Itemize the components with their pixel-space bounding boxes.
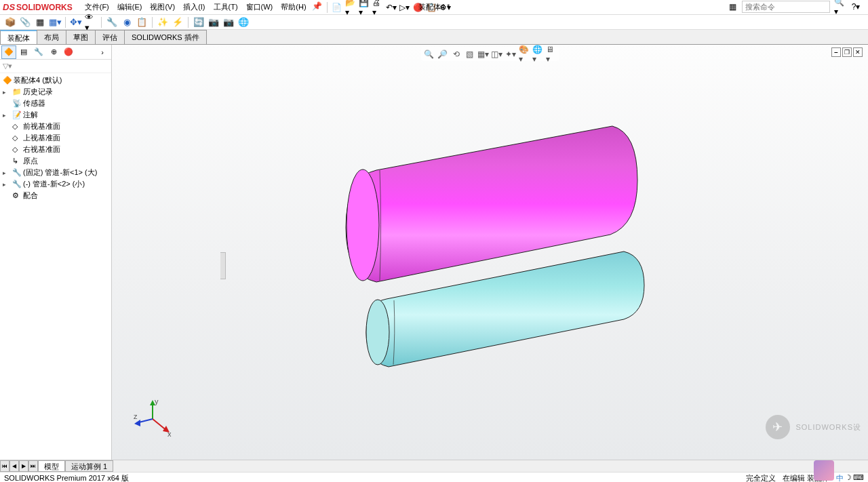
status-ime-icon[interactable]: 中: [836, 473, 844, 482]
move-icon[interactable]: ✥▾: [70, 16, 82, 28]
logo-text: SOLIDWORKS: [16, 3, 73, 12]
separator: [101, 17, 102, 28]
separator: [188, 17, 189, 28]
search-area: ▦ 🔍▾ ?▾: [726, 1, 863, 13]
tree-expand-icon[interactable]: ▸: [3, 112, 9, 119]
main-menus: 文件(F) 编辑(E) 视图(V) 插入(I) 工具(T) 窗口(W) 帮助(H…: [81, 1, 324, 14]
pin-icon[interactable]: 📌: [312, 1, 323, 12]
tree-root[interactable]: 🔶 装配体4 (默认): [0, 75, 111, 86]
feature-icon[interactable]: 🔧: [106, 16, 118, 28]
3d-viewport[interactable]: 🔍 🔎 ⟲ ▧ ▦▾ ◫▾ ✦▾ 🎨▾ 🌐▾ 🖥▾ ‒ ❐ ✕: [112, 45, 868, 460]
tab-layout[interactable]: 布局: [37, 30, 66, 44]
tree-expand-icon[interactable]: ▸: [3, 89, 9, 96]
search-icon[interactable]: 🔍▾: [834, 1, 845, 12]
tree-expand-icon[interactable]: ▸: [3, 169, 9, 176]
other-icon[interactable]: 🔄: [193, 16, 205, 28]
tab-sketch[interactable]: 草图: [66, 30, 96, 44]
smart-fasteners-icon[interactable]: ▦▾: [49, 16, 61, 28]
mate-icon[interactable]: 📎: [19, 16, 31, 28]
property-tab-icon[interactable]: ▤: [16, 45, 31, 59]
svg-marker-9: [134, 420, 140, 426]
open-icon[interactable]: 📂▾: [345, 2, 356, 13]
command-toolbar: 📦 📎 ▦ ▦▾ ✥▾ 👁▾ 🔧 ◉ 📋 ✨ ⚡ 🔄 📷 📷 🌐: [0, 15, 868, 30]
logo-ds: DS: [3, 2, 15, 12]
bottom-tab-motion[interactable]: 运动算例 1: [65, 460, 113, 472]
menu-view[interactable]: 视图(V): [146, 1, 179, 14]
menu-edit[interactable]: 编辑(E): [113, 1, 146, 14]
search-input[interactable]: [742, 1, 830, 13]
tree-expand-icon[interactable]: ▸: [3, 181, 9, 188]
menu-insert[interactable]: 插入(I): [179, 1, 209, 14]
svg-text:y: y: [155, 399, 159, 405]
insert-component-icon[interactable]: 📦: [4, 16, 16, 28]
status-moon-icon[interactable]: ☽: [845, 473, 852, 482]
tree-item[interactable]: ◇右视基准面: [0, 144, 111, 155]
menu-window[interactable]: 窗口(W): [242, 1, 277, 14]
tree-item[interactable]: 📡传感器: [0, 98, 111, 109]
coordinate-triad[interactable]: y x z: [132, 399, 173, 439]
display-tab-icon[interactable]: 🔴: [61, 45, 76, 59]
tab-evaluate[interactable]: 评估: [95, 30, 125, 44]
separator: [65, 17, 66, 28]
print-icon[interactable]: 🖨▾: [372, 2, 383, 13]
tree-item[interactable]: ⚙配合: [0, 190, 111, 201]
help-icon[interactable]: ?▾: [850, 1, 861, 12]
select-icon[interactable]: ▷▾: [399, 2, 410, 13]
tree-item-icon: 📁: [12, 87, 22, 96]
new-icon[interactable]: 📄: [332, 2, 342, 13]
feature-tree-tab-icon[interactable]: 🔶: [1, 45, 16, 59]
tab-addins[interactable]: SOLIDWORKS 插件: [124, 30, 207, 44]
tab-assembly[interactable]: 装配体: [0, 30, 37, 44]
watermark: ✈ SOLIDWORKS设: [766, 415, 861, 439]
status-keyboard-icon[interactable]: ⌨: [853, 473, 864, 482]
menu-tools[interactable]: 工具(T): [210, 1, 242, 14]
dimexpert-tab-icon[interactable]: ⊕: [46, 45, 61, 59]
panel-tabs: 🔶 ▤ 🔧 ⊕ 🔴 ›: [0, 45, 111, 60]
search-menu-icon[interactable]: ▦: [727, 1, 738, 12]
tree-item-label: (固定) 管道-新<1> (大): [23, 167, 97, 178]
geometry-icon[interactable]: ◉: [121, 16, 133, 28]
svg-text:x: x: [167, 430, 172, 438]
snapshot-icon[interactable]: 📷: [208, 16, 220, 28]
tree-item-icon: ↳: [12, 157, 22, 165]
assembly-icon: 🔶: [3, 76, 12, 85]
tree-item[interactable]: ▸🔧(固定) 管道-新<1> (大): [0, 167, 111, 178]
exploded-icon[interactable]: ✨: [157, 16, 169, 28]
tree-item[interactable]: ◇上视基准面: [0, 132, 111, 144]
filter-icon[interactable]: ▽▾: [3, 62, 12, 71]
menubar: DS SOLIDWORKS 文件(F) 编辑(E) 视图(V) 插入(I) 工具…: [0, 0, 868, 15]
tab-prev-icon[interactable]: ◀: [9, 460, 19, 472]
globe-icon[interactable]: 🌐: [237, 16, 250, 28]
pattern-icon[interactable]: ▦: [34, 16, 46, 28]
tree-item-label: 注解: [23, 110, 38, 120]
tree-item[interactable]: ▸🔧(-) 管道-新<2> (小): [0, 178, 111, 190]
svg-point-0: [347, 169, 379, 281]
avatar-icon: [814, 460, 834, 481]
bottom-tabs: ⏮ ◀ ▶ ⏭ 模型 运动算例 1: [0, 460, 868, 472]
large-icon[interactable]: 📷: [222, 16, 235, 28]
tree-item-icon: 🔧: [12, 168, 22, 177]
main-area: 🔶 ▤ 🔧 ⊕ 🔴 › ▽▾ 🔶 装配体4 (默认) ▸📁历史记录📡传感器▸📝注…: [0, 45, 868, 460]
status-version: SOLIDWORKS Premium 2017 x64 版: [4, 473, 129, 482]
config-tab-icon[interactable]: 🔧: [31, 45, 46, 59]
status-defined: 完全定义: [746, 473, 776, 482]
tree-item-label: (-) 管道-新<2> (小): [23, 179, 85, 189]
undo-icon[interactable]: ↶▾: [386, 2, 397, 13]
tree-item[interactable]: ▸📁历史记录: [0, 86, 111, 98]
bottom-tab-model[interactable]: 模型: [38, 460, 65, 472]
tree-item[interactable]: ▸📝注解: [0, 109, 111, 121]
menu-help[interactable]: 帮助(H): [277, 1, 310, 14]
tab-last-icon[interactable]: ⏭: [28, 460, 38, 472]
tab-first-icon[interactable]: ⏮: [0, 460, 9, 472]
tree-item[interactable]: ↳原点: [0, 155, 111, 167]
tree-item[interactable]: ◇前视基准面: [0, 121, 111, 132]
expand-icon[interactable]: ›: [95, 45, 110, 59]
show-hidden-icon[interactable]: 👁▾: [85, 16, 97, 28]
save-icon[interactable]: 💾▾: [359, 2, 370, 13]
splitter-handle[interactable]: [220, 252, 226, 279]
tree-item-label: 右视基准面: [23, 144, 60, 155]
feature-tree: 🔶 装配体4 (默认) ▸📁历史记录📡传感器▸📝注解◇前视基准面◇上视基准面◇右…: [0, 73, 111, 460]
bom-icon[interactable]: 📋: [136, 16, 148, 28]
instant3d-icon[interactable]: ⚡: [172, 16, 184, 28]
tab-next-icon[interactable]: ▶: [19, 460, 28, 472]
